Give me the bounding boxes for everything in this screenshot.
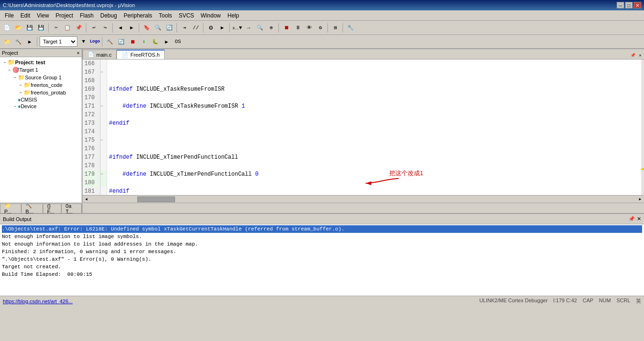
- tree-expand[interactable]: −: [2, 60, 8, 65]
- hscroll-left[interactable]: ◀: [83, 196, 90, 203]
- bottom-tab-f[interactable]: {} F...: [43, 204, 61, 213]
- hscroll-track[interactable]: [90, 196, 636, 203]
- build-button[interactable]: ⚙: [206, 23, 216, 33]
- undo-button[interactable]: ↩: [89, 23, 99, 33]
- paste-button[interactable]: 📌: [74, 23, 84, 33]
- build-output-content[interactable]: .\Objects\test.axf: Error: L6218E: Undef…: [0, 224, 644, 296]
- save-all-button[interactable]: 💾: [36, 23, 46, 33]
- hscroll-thumb[interactable]: [137, 196, 175, 202]
- code-content[interactable]: 166 167 168 169 170 171 172 173 174 175 …: [83, 60, 644, 195]
- run-button[interactable]: ▶: [217, 23, 227, 33]
- zoom-button[interactable]: ⊕: [266, 23, 276, 33]
- hscroll-right[interactable]: ▶: [636, 196, 644, 203]
- menu-peripherals[interactable]: Peripherals: [121, 11, 155, 20]
- find-button[interactable]: 🔍: [153, 23, 163, 33]
- close-button[interactable]: ✕: [634, 2, 641, 9]
- menu-flash[interactable]: Flash: [77, 11, 96, 20]
- menu-project[interactable]: Project: [53, 11, 76, 20]
- status-left: https://blog.csdn.net/art_426...: [3, 298, 73, 304]
- save-button[interactable]: 💾: [25, 23, 35, 33]
- bookmark-button[interactable]: 🔖: [142, 23, 152, 33]
- func-dropdown-button[interactable]: xTaskGetCurrentTaskHan▼: [232, 23, 243, 33]
- status-right: ULINK2/ME Cortex Debugger l:179 C:42 CAP…: [479, 298, 641, 305]
- minimize-button[interactable]: –: [617, 2, 624, 9]
- sep10: [343, 23, 343, 33]
- code-scroll[interactable]: 166 167 168 169 170 171 172 173 174 175 …: [83, 60, 644, 195]
- tab-pin-button[interactable]: 📌: [629, 51, 636, 59]
- tab-freertos-h[interactable]: 📄 FreeRTOS.h: [117, 50, 165, 59]
- menu-file[interactable]: File: [2, 11, 17, 20]
- settings-button[interactable]: ⚙: [315, 23, 326, 33]
- replace-button[interactable]: 🔄: [164, 23, 175, 33]
- indent-button[interactable]: ⇥: [179, 23, 190, 33]
- project-target-btn2[interactable]: 🔨: [13, 36, 24, 47]
- go-button[interactable]: →: [243, 23, 254, 33]
- tree-expand-fc[interactable]: −: [18, 83, 24, 87]
- new-file-button[interactable]: 📄: [2, 23, 12, 33]
- tree-expand-sg[interactable]: −: [12, 75, 18, 80]
- menu-debug[interactable]: Debug: [98, 11, 120, 20]
- search2-button[interactable]: 🔍: [255, 23, 265, 33]
- build-output: Build Output 📌 ✕ .\Objects\test.axf: Err…: [0, 213, 644, 296]
- target-select[interactable]: Target 1: [40, 36, 77, 47]
- tree-device[interactable]: − ♦ Device: [1, 103, 81, 110]
- build-close-icon[interactable]: ✕: [637, 216, 641, 222]
- menu-window[interactable]: Window: [198, 11, 224, 20]
- tree-source-group[interactable]: − 📁 Source Group 1: [1, 74, 81, 81]
- tree-expand-target[interactable]: −: [7, 68, 12, 72]
- project-target-btn1[interactable]: 📁: [2, 36, 12, 47]
- stop-button[interactable]: ⏹: [281, 23, 292, 33]
- nav-back-button[interactable]: ◀: [115, 23, 125, 33]
- menu-edit[interactable]: Edit: [17, 11, 33, 20]
- download-btn[interactable]: ⬇: [139, 36, 149, 47]
- tree-project[interactable]: − 📁 Project: test: [1, 58, 81, 66]
- copy-button[interactable]: 📋: [62, 23, 73, 33]
- step-button[interactable]: 👁: [304, 23, 314, 33]
- bottom-tab-p[interactable]: 📁 P...: [0, 204, 21, 213]
- tab-main-c[interactable]: 📄 main.c: [83, 50, 117, 59]
- sep11: [37, 37, 38, 46]
- debug-run-btn[interactable]: ▶: [161, 36, 172, 47]
- tree-device-label: Device: [21, 103, 37, 109]
- tree-target1[interactable]: − 🎯 Target 1: [1, 66, 81, 74]
- build-error-line: .\Objects\test.axf: Error: L6218E: Undef…: [2, 225, 642, 233]
- menu-view[interactable]: View: [34, 11, 52, 20]
- tree-cmsis[interactable]: ♦ CMSIS: [1, 96, 81, 103]
- build-line-6: Build Time Elapsed: 00:00:15: [2, 271, 642, 278]
- menu-help[interactable]: Help: [225, 11, 242, 20]
- rebuild-btn[interactable]: 🔄: [116, 36, 126, 47]
- build-pin-icon[interactable]: 📌: [628, 216, 635, 222]
- status-link[interactable]: https://blog.csdn.net/art_426...: [3, 298, 73, 304]
- os-btn[interactable]: OS: [173, 36, 183, 47]
- debug-start-btn[interactable]: 🐛: [150, 36, 160, 47]
- tree-freertos-protab[interactable]: − 📁 freertos_protab: [1, 89, 81, 96]
- logo-btn[interactable]: Logo: [90, 36, 100, 47]
- comment-button[interactable]: //: [191, 23, 201, 33]
- project-target-btn3[interactable]: ▶: [25, 36, 35, 47]
- menu-svcs[interactable]: SVCS: [176, 11, 197, 20]
- tab-freertos-h-icon: 📄: [122, 52, 128, 58]
- tree-expand-device[interactable]: −: [12, 104, 18, 109]
- open-button[interactable]: 📂: [13, 23, 24, 33]
- tree-freertos-code[interactable]: − 📁 freertos_code: [1, 81, 81, 89]
- tree-expand-fp[interactable]: −: [18, 90, 24, 95]
- tab-close-button[interactable]: ✕: [636, 51, 644, 59]
- cut-button[interactable]: ✂: [51, 23, 61, 33]
- pause-button[interactable]: ⏸: [293, 23, 303, 33]
- build-header-buttons: 📌 ✕: [628, 216, 641, 222]
- tree-expand-cmsis: [12, 97, 18, 102]
- target-options-btn[interactable]: ▼: [78, 36, 89, 47]
- project-close-icon[interactable]: ×: [77, 50, 80, 56]
- maximize-button[interactable]: □: [625, 2, 633, 9]
- code-lines[interactable]: #ifndef INCLUDE_xTaskResumeFromISR #defi…: [107, 60, 644, 195]
- menu-tools[interactable]: Tools: [156, 11, 175, 20]
- wrench-button[interactable]: 🔧: [345, 23, 356, 33]
- redo-button[interactable]: ↪: [100, 23, 110, 33]
- bottom-tab-t[interactable]: 0a T...: [61, 204, 82, 213]
- stop-build-btn[interactable]: ⏹: [127, 36, 138, 47]
- build-btn2[interactable]: 🔨: [105, 36, 115, 47]
- window-layout-button[interactable]: ⊞: [330, 23, 341, 33]
- nav-fwd-button[interactable]: ▶: [126, 23, 137, 33]
- bottom-tab-b[interactable]: 🔨 B...: [21, 204, 43, 213]
- horizontal-scrollbar[interactable]: ◀ ▶: [83, 195, 644, 203]
